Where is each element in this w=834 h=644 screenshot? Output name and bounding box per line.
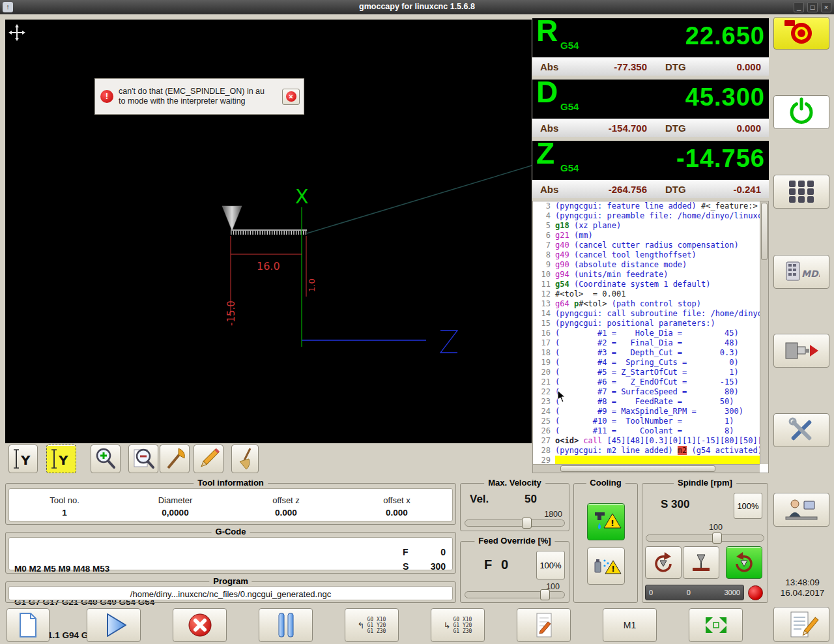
gcode-line[interactable]: 24( #9 = MaxSpindle_RPM = 300) <box>533 407 760 417</box>
max-velocity-slider[interactable] <box>465 520 565 527</box>
gcode-line[interactable]: 5g18 (xz plane) <box>533 221 760 231</box>
spindle-reset-button[interactable]: 100% <box>734 493 762 519</box>
frame-title: Cooling <box>586 478 625 488</box>
gcode-listing[interactable]: 3(pyngcgui: feature line added) #<_featu… <box>532 201 769 473</box>
close-button[interactable]: × <box>821 2 831 12</box>
estop-icon <box>783 19 820 48</box>
spindle-stop-button[interactable] <box>683 546 719 579</box>
vertical-scrollbar[interactable] <box>760 201 768 464</box>
machine-on-button[interactable] <box>773 95 829 129</box>
edit-program-button[interactable] <box>517 608 571 642</box>
gcode-line[interactable]: 4(pyngcgui: preamble file: /home/dinyo/l… <box>533 211 760 221</box>
notification-popup: ! can't do that (EMC_SPINDLE_ON) in auto… <box>94 78 304 115</box>
gcode-line[interactable]: 7g40 (cancel cutter radius compensation) <box>533 241 760 250</box>
axis-value: -14.756 <box>676 145 765 173</box>
gcode-line[interactable]: 17( #2 = Final_Dia = 48) <box>533 338 760 348</box>
setup-page-button[interactable] <box>773 334 829 368</box>
gcode-line[interactable]: 19( #4 = Spring_Cuts = 0) <box>533 358 760 368</box>
line-text: g21 (mm) <box>555 231 760 241</box>
gcode-line[interactable]: 10g94 (units/min feedrate) <box>533 270 760 280</box>
feed-reset-button[interactable]: 100% <box>536 551 565 579</box>
line-number: 24 <box>533 407 555 417</box>
tools-settings-button[interactable] <box>773 413 829 447</box>
user-login-button[interactable] <box>773 493 829 527</box>
gcode-line[interactable]: 23( #8 = FeedRate = 50) <box>533 397 760 407</box>
spindle-right-button[interactable] <box>726 546 762 579</box>
scrollbar-thumb[interactable] <box>761 203 768 260</box>
clear-plot-button[interactable] <box>231 445 259 473</box>
run-from-line-button[interactable]: ↰ G0 X10 G1 Y20 G1 Z30 <box>345 608 399 642</box>
gcode-line[interactable]: 12#<tol> = 0.001 <box>533 289 760 299</box>
line-text: g49 (cancel tool lengthoffset) <box>555 250 760 260</box>
spindle-override-slider[interactable] <box>646 534 764 542</box>
gcode-line[interactable]: 13g64 p#<tol> (path control stop) <box>533 299 760 309</box>
svg-text:MDI: MDI <box>801 269 820 279</box>
line-text: (pyngcgui: feature line added) #<_featur… <box>555 201 760 211</box>
gcode-line[interactable]: 14(pyngcgui: call subroutine file: /home… <box>533 309 760 319</box>
feed-override-slider[interactable] <box>465 591 565 598</box>
line-number: 11 <box>533 280 555 289</box>
minimize-button[interactable]: _ <box>794 2 804 12</box>
edit-button[interactable] <box>194 445 223 473</box>
gcode-line[interactable]: 22( #7 = SurfaceSpeed = 80) <box>533 387 760 397</box>
gcode-line[interactable]: 28(pyngcgui: m2 line added) m2 (g54 acti… <box>533 446 760 456</box>
user-icon <box>783 495 820 524</box>
gremlin-preview[interactable]: X 16.0 -15.0 1.0 ! can't do that (EMC_SP… <box>5 20 532 443</box>
estop-button[interactable] <box>773 17 829 50</box>
run-button[interactable] <box>87 608 141 642</box>
line-text: ( #1 = Hole_Dia = 45) <box>555 329 760 338</box>
notes-button[interactable] <box>773 607 829 642</box>
mist-button[interactable]: ! <box>587 548 625 585</box>
slider-thumb[interactable] <box>540 589 550 600</box>
gcode-line[interactable]: 21( #6 = Z_EndOfCut = -15) <box>533 377 760 387</box>
tool-cone <box>222 206 242 231</box>
frame-title: Spindle [rpm] <box>674 478 736 488</box>
gcode-line[interactable]: 26( #11 = Coolant = 8) <box>533 426 760 436</box>
dimension-y-button[interactable]: Y <box>8 445 38 473</box>
axis-letter: D <box>536 74 558 110</box>
scrollbar-thumb[interactable] <box>560 465 715 472</box>
clock: 13:48:09 16.04.2017 <box>771 578 834 598</box>
dro-axis-d[interactable]: D G54 45.300 Abs-154.700 DTG0.000 <box>532 80 769 137</box>
slider-thumb[interactable] <box>712 533 722 544</box>
gcode-line[interactable]: 11g54 (Coordinate system 1 default) <box>533 280 760 289</box>
slider-thumb[interactable] <box>522 518 532 529</box>
flood-button[interactable]: ! <box>587 503 625 540</box>
stop-button[interactable] <box>173 608 227 642</box>
gcode-line[interactable]: 29 <box>533 456 760 464</box>
dro-axis-z[interactable]: Z G54 -14.756 Abs-264.756 DTG-0.241 <box>532 141 769 198</box>
fullscreen-button[interactable] <box>689 608 743 642</box>
tool-editor-button[interactable] <box>160 445 190 473</box>
gcode-line[interactable]: 18( #3 = Depth_Cut = 0.3) <box>533 348 760 358</box>
keyboard-grid-button[interactable] <box>773 175 829 209</box>
gcode-line[interactable]: 6g21 (mm) <box>533 231 760 241</box>
pause-button[interactable] <box>259 608 313 642</box>
time: 13:48:09 <box>771 578 834 588</box>
gcode-line[interactable]: 3(pyngcgui: feature line added) #<_featu… <box>533 201 760 211</box>
maximize-button[interactable]: □ <box>807 2 818 12</box>
gcode-line[interactable]: 16( #1 = Hole_Dia = 45) <box>533 329 760 338</box>
run-to-line-button[interactable]: ↳ G0 X10 G1 Y20 G1 Z30 <box>431 608 485 642</box>
line-number: 28 <box>533 446 555 456</box>
dro-axis-r[interactable]: R G54 22.650 Abs-77.350 DTG0.000 <box>532 18 769 76</box>
velocity-slider-value: 1800 <box>544 510 562 519</box>
horizontal-scrollbar[interactable] <box>533 464 760 473</box>
zoom-out-button[interactable] <box>128 445 158 473</box>
optional-stop-button[interactable]: M1 <box>603 608 657 642</box>
popup-close-button[interactable]: × <box>282 89 300 105</box>
gcode-line[interactable]: 20( #5 = Z_StartOfCut = 1) <box>533 368 760 377</box>
open-file-button[interactable] <box>7 608 50 642</box>
dim-clearance-label: 1.0 <box>307 278 317 292</box>
spindle-left-button[interactable] <box>645 546 682 579</box>
gcode-line[interactable]: 27o<id> call [45][48][0.3][0][1][-15][80… <box>533 436 760 446</box>
tool-info-value: 0.000 <box>341 508 452 518</box>
dimension-y-toggle-button[interactable]: Y <box>46 445 76 473</box>
gcode-line[interactable]: 25( #10 = ToolNumber = 1) <box>533 417 760 426</box>
mdi-icon: MDI <box>783 257 820 286</box>
line-text: #<tol> = 0.001 <box>555 289 760 299</box>
gcode-line[interactable]: 8g49 (cancel tool lengthoffset) <box>533 250 760 260</box>
gcode-line[interactable]: 9g90 (absolute distance mode) <box>533 260 760 270</box>
mdi-button[interactable]: MDI <box>773 255 829 289</box>
gcode-line[interactable]: 15(pyngcgui: positional parameters:) <box>533 319 760 329</box>
zoom-in-button[interactable] <box>91 445 121 473</box>
